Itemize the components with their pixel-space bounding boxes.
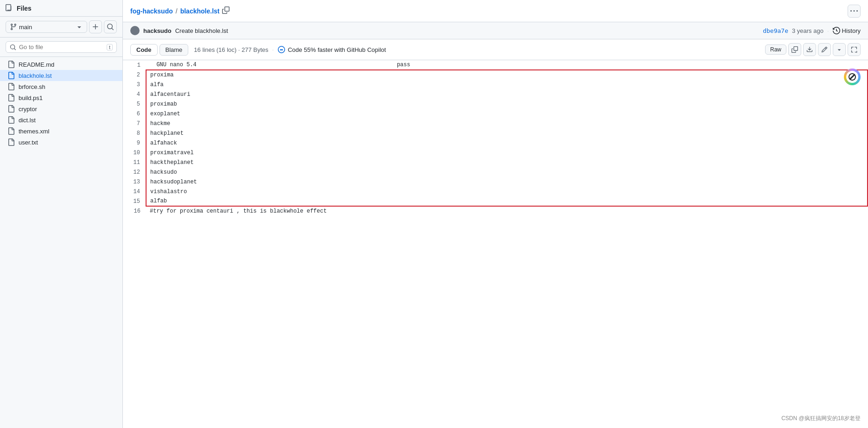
line-content: proximatravel: [146, 148, 868, 157]
table-row: 5 proximab: [123, 99, 868, 109]
tab-code[interactable]: Code: [130, 44, 158, 56]
table-row: 4 alfacentauri: [123, 89, 868, 99]
topbar: fog-hacksudo / blackhole.lst: [123, 0, 868, 22]
sidebar: Files main: [0, 0, 123, 428]
file-name: themes.xml: [19, 128, 49, 135]
table-row: 10 proximatravel: [123, 148, 868, 157]
line-number: 7: [123, 119, 146, 128]
file-name: brforce.sh: [19, 83, 45, 90]
file-name: build.ps1: [19, 94, 43, 101]
commit-author[interactable]: hacksudo: [143, 27, 172, 34]
line-number: 9: [123, 138, 146, 148]
file-toolbar: Code Blame 16 lines (16 loc) · 277 Bytes…: [123, 39, 868, 60]
line-number: 1: [123, 60, 146, 70]
file-list-item[interactable]: README.md: [0, 59, 122, 70]
file-toolbar-left: Code Blame 16 lines (16 loc) · 277 Bytes…: [130, 44, 386, 56]
line-number: 14: [123, 187, 146, 196]
table-row: 14 vishalastro: [123, 187, 868, 196]
line-number: 5: [123, 99, 146, 109]
commit-message: Create blackhole.lst: [175, 27, 228, 34]
search-files-button[interactable]: [104, 20, 117, 33]
file-list-item[interactable]: cryptor: [0, 103, 122, 114]
go-to-file-input[interactable]: [19, 44, 104, 50]
sidebar-branch-actions: [89, 20, 117, 33]
line-content: hacksudo: [146, 167, 868, 177]
file-meta: 16 lines (16 loc) · 277 Bytes: [194, 46, 268, 53]
breadcrumb-repo[interactable]: fog-hacksudo: [130, 7, 173, 15]
line-number: 10: [123, 148, 146, 157]
file-list-item[interactable]: blackhole.lst: [0, 70, 122, 81]
file-name: README.md: [19, 61, 54, 68]
branch-selector[interactable]: main: [6, 21, 87, 33]
breadcrumb-file[interactable]: blackhole.lst: [180, 7, 220, 15]
add-file-button[interactable]: [89, 20, 102, 33]
table-row: 7 hackme: [123, 119, 868, 128]
table-row: 12 hacksudo: [123, 167, 868, 177]
file-list: README.md blackhole.lst brforce.sh build…: [0, 57, 122, 428]
file-toolbar-right: Raw: [765, 43, 861, 56]
copilot-banner[interactable]: Code 55% faster with GitHub Copilot: [278, 46, 386, 53]
table-row: 3 alfa: [123, 80, 868, 89]
commit-hash[interactable]: dbe9a7e: [763, 27, 788, 34]
line-content: alfa: [146, 80, 868, 89]
avatar: [130, 26, 140, 35]
watermark: CSDN @疯狂搞网安的18岁老登: [781, 415, 861, 422]
commit-info-left: hacksudo Create blackhole.lst: [130, 26, 228, 35]
main-content: fog-hacksudo / blackhole.lst hacksudo Cr…: [123, 0, 868, 428]
sidebar-search: t: [0, 38, 122, 57]
table-row: 6 exoplanet: [123, 109, 868, 119]
edit-button[interactable]: [818, 43, 831, 56]
table-row: 16 #try for proxima centauri , this is b…: [123, 206, 868, 216]
search-shortcut: t: [107, 44, 113, 50]
search-input-wrap[interactable]: t: [6, 41, 117, 53]
copilot-text: Code 55% faster with GitHub Copilot: [288, 46, 386, 53]
table-row: 9 alfahack: [123, 138, 868, 148]
line-content: alfahack: [146, 138, 868, 148]
line-content: alfab: [146, 196, 868, 206]
raw-button[interactable]: Raw: [765, 44, 786, 55]
commit-bar: hacksudo Create blackhole.lst dbe9a7e 3 …: [123, 22, 868, 39]
file-list-item[interactable]: user.txt: [0, 137, 122, 148]
table-row: 13 hacksudoplanet: [123, 177, 868, 187]
line-number: 4: [123, 89, 146, 99]
file-name: user.txt: [19, 139, 38, 146]
more-options-button[interactable]: [848, 5, 861, 18]
table-row: 2 proxima: [123, 70, 868, 80]
file-list-item[interactable]: build.ps1: [0, 92, 122, 103]
topbar-actions: [848, 5, 861, 18]
file-list-item[interactable]: themes.xml: [0, 126, 122, 137]
history-link[interactable]: History: [833, 27, 861, 34]
file-name: cryptor: [19, 106, 37, 113]
commit-info-right: dbe9a7e 3 years ago · History: [763, 27, 861, 34]
code-area: 1 GNU nano 5.4 pass 2 proxima 3 alfa 4 a…: [123, 60, 868, 428]
expand-button[interactable]: [848, 43, 861, 56]
line-content: proxima: [146, 70, 868, 80]
sidebar-header: Files: [0, 0, 122, 17]
file-view: Code Blame 16 lines (16 loc) · 277 Bytes…: [123, 39, 868, 428]
line-number: 16: [123, 206, 146, 216]
edit-dropdown-button[interactable]: [833, 43, 846, 56]
copy-raw-button[interactable]: [788, 43, 801, 56]
line-number: 13: [123, 177, 146, 187]
line-number: 3: [123, 80, 146, 89]
line-number: 2: [123, 70, 146, 80]
line-number: 15: [123, 196, 146, 206]
tab-blame[interactable]: Blame: [160, 44, 189, 56]
copy-path-icon[interactable]: [222, 6, 230, 15]
file-list-item[interactable]: dict.lst: [0, 114, 122, 126]
line-content: proximab: [146, 99, 868, 109]
file-name: dict.lst: [19, 117, 36, 124]
line-content: hacktheplanet: [146, 157, 868, 167]
branch-name: main: [19, 24, 32, 31]
file-list-item[interactable]: brforce.sh: [0, 81, 122, 92]
line-content: GNU nano 5.4 pass: [146, 60, 868, 70]
line-content: #try for proxima centauri , this is blac…: [146, 206, 868, 216]
line-content: hackme: [146, 119, 868, 128]
line-number: 12: [123, 167, 146, 177]
line-number: 8: [123, 128, 146, 138]
commit-time: 3 years ago: [792, 27, 823, 34]
copilot-floating-logo[interactable]: [844, 69, 861, 85]
line-content: exoplanet: [146, 109, 868, 119]
line-content: alfacentauri: [146, 89, 868, 99]
download-button[interactable]: [803, 43, 816, 56]
